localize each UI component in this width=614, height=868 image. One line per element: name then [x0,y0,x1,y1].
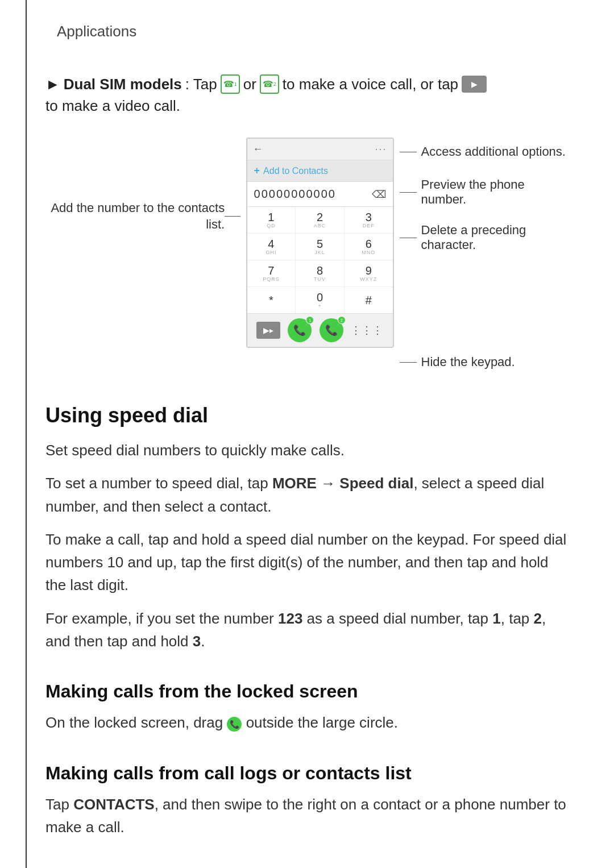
key-4[interactable]: 4 GHI [247,234,296,260]
right-annotation-text-3: Delete a preceding character. [421,223,569,252]
key-1[interactable]: 1 QD [247,207,296,233]
video-call-icon: ▶▸ [263,326,273,335]
keypad: 1 QD 2 ABC 3 DEF 4 GHI [247,207,393,313]
section-title-locked: Making calls from the locked screen [45,681,569,702]
key-9[interactable]: 9 WXYZ [345,260,393,286]
more-button[interactable]: ··· [375,143,387,155]
phone-mockup: ← ··· + Add to Contacts 00000000000 ⌫ 1 … [246,138,394,348]
delete-button[interactable]: ⌫ [372,188,386,201]
example-2: 2 [534,610,542,627]
key-0[interactable]: 0 + [296,287,345,313]
add-contact-row[interactable]: + Add to Contacts [247,160,393,182]
call-logs-para: Tap CONTACTS, and then swipe to the righ… [45,793,569,839]
or-text: or [243,76,256,93]
key-hash[interactable]: # [345,287,393,313]
sim1-badge: 1 [306,316,314,324]
sim2-badge: 2 [338,316,346,324]
right-spacer [400,298,569,315]
example-3: 3 [193,633,201,650]
key-7[interactable]: 7 PQRS [247,260,296,286]
dual-sim-colon: : Tap [185,76,217,93]
speed-dial-para-1: Set speed dial numbers to quickly make c… [45,439,569,462]
speed-dial-para-2: To set a number to speed dial, tap MORE … [45,472,569,518]
speed-dial-para-4: For example, if you set the number 123 a… [45,607,569,653]
phone-bottom-bar: ▶▸ 📞 1 📞 2 ⋮⋮⋮ [247,313,393,347]
right-annotation-text-2: Preview the phone number. [421,177,569,207]
key-5[interactable]: 5 JKL [296,234,345,260]
keypad-hide-button[interactable]: ⋮⋮⋮ [351,324,383,337]
right-line-1 [400,152,417,152]
left-connector-line [225,216,240,217]
section-title-speed-dial: Using speed dial [45,404,569,427]
contacts-bold: CONTACTS [73,796,155,813]
call-icon-1: 📞 [293,324,306,337]
keypad-row-2: 4 GHI 5 JKL 6 MNO [247,234,393,260]
key-3[interactable]: 3 DEF [345,207,393,233]
speed-dial-para-3: To make a call, tap and hold a speed dia… [45,528,569,597]
number-display: 00000000000 ⌫ [247,182,393,207]
key-2[interactable]: 2 ABC [296,207,345,233]
call-button-sim2[interactable]: 📞 2 [320,318,343,342]
right-annotation-text-1: Access additional options. [421,144,566,159]
right-spacer-2 [400,315,569,332]
key-8[interactable]: 8 TUV [296,260,345,286]
keypad-row-3: 7 PQRS 8 TUV 9 WXYZ [247,260,393,287]
right-spacer-3 [400,332,569,349]
phone-header: ← ··· [247,139,393,160]
diagram-wrapper: Add the number to the contacts list. ← ·… [45,138,569,369]
call-icon-2: 📞 [325,324,338,337]
right-annotation-4: Hide the keypad. [400,355,569,369]
dual-sim-bold: Dual SIM models [64,76,182,93]
key-star[interactable]: * [247,287,296,313]
right-annotation-2: Preview the phone number. [400,177,569,207]
phone-icon-2: ☎2 [260,74,279,94]
left-annotation-area: Add the number to the contacts list. [45,138,246,232]
dual-sim-note: ► Dual SIM models: Tap ☎1 or ☎2 to make … [45,74,569,115]
right-annotation-text-4: Hide the keypad. [421,355,515,369]
keypad-hide-icon: ⋮⋮⋮ [351,325,383,336]
example-123: 123 [278,610,302,627]
add-contact-text: Add to Contacts [263,166,328,176]
right-line-4 [400,362,417,363]
right-annotation-3: Delete a preceding character. [400,223,569,252]
call-button-sim1[interactable]: 📞 1 [288,318,312,342]
right-annotation-1: Access additional options. [400,144,569,159]
dual-sim-arrow: ► [45,76,60,93]
locked-screen-para: On the locked screen, drag 📞 outside the… [45,711,569,734]
right-line-3 [400,238,417,238]
back-button[interactable]: ← [253,143,263,155]
phone-green-icon: 📞 [227,717,242,732]
dual-sim-mid-text: to make a voice call, or tap [283,76,458,93]
video-call-button[interactable]: ▶▸ [256,322,280,339]
right-annotations: Access additional options. Preview the p… [394,138,569,369]
keypad-row-4: * 0 + # [247,287,393,313]
add-contact-icon: + [254,165,260,177]
key-6[interactable]: 6 MNO [345,234,393,260]
more-speed-dial-bold: MORE → Speed dial [272,475,414,492]
video-icon: ▶ [462,76,487,93]
section-title-call-logs: Making calls from call logs or contacts … [45,763,569,784]
dialed-number: 00000000000 [254,188,336,201]
keypad-row-1: 1 QD 2 ABC 3 DEF [247,207,393,234]
dual-sim-end-text: to make a video call. [45,97,180,115]
example-1: 1 [492,610,500,627]
phone-icon-1: ☎1 [221,74,240,94]
left-border [26,0,27,868]
breadcrumb: Applications [45,23,569,40]
left-annotation-text: Add the number to the contacts list. [45,200,225,232]
right-line-2 [400,192,417,193]
